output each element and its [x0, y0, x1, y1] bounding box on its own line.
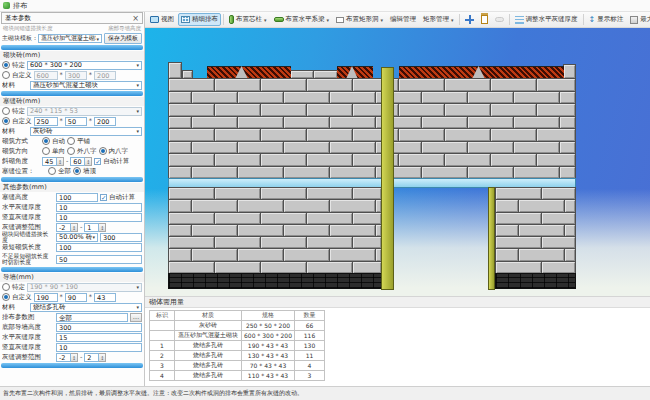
block[interactable] [168, 236, 215, 249]
block[interactable] [214, 236, 261, 249]
block[interactable] [329, 141, 376, 155]
block[interactable] [214, 128, 261, 142]
parapet-block[interactable] [563, 64, 576, 79]
block[interactable] [513, 166, 560, 180]
block[interactable] [495, 187, 542, 200]
block[interactable] [237, 166, 284, 180]
spinner[interactable]: -2 [56, 353, 78, 362]
block[interactable] [191, 224, 238, 237]
block[interactable] [191, 199, 238, 212]
guide-wall-base[interactable] [495, 273, 576, 289]
block[interactable] [168, 78, 215, 92]
block[interactable] [214, 78, 261, 92]
rect-manage-button[interactable]: 矩形管理 [420, 13, 457, 26]
spinner-buttons[interactable] [71, 223, 78, 232]
block[interactable] [237, 116, 284, 130]
spinner[interactable]: 45 [42, 157, 64, 166]
panel-header[interactable]: 基本参数 [1, 12, 143, 24]
block[interactable] [495, 261, 542, 274]
block[interactable] [168, 141, 192, 155]
block[interactable] [168, 224, 192, 237]
spinner-input[interactable]: 2 [84, 353, 99, 362]
block[interactable] [306, 187, 353, 200]
place-core-column-button[interactable]: 布置芯柱 [226, 13, 270, 26]
block[interactable] [168, 212, 215, 225]
block[interactable] [306, 212, 353, 225]
block[interactable] [421, 166, 468, 180]
block[interactable] [564, 248, 576, 261]
block[interactable] [398, 103, 445, 117]
block[interactable] [467, 91, 514, 105]
block[interactable] [352, 187, 382, 200]
splitter-4[interactable] [1, 267, 143, 272]
radio[interactable] [2, 283, 10, 291]
block[interactable] [329, 248, 376, 261]
block[interactable] [214, 187, 261, 200]
block[interactable] [495, 224, 519, 237]
block[interactable] [398, 78, 445, 92]
block[interactable] [559, 141, 576, 155]
parapet-block[interactable] [168, 62, 182, 79]
block[interactable] [306, 153, 353, 167]
block[interactable] [191, 116, 238, 130]
block[interactable] [168, 116, 192, 130]
input[interactable]: 100 [56, 243, 142, 252]
block[interactable] [260, 212, 307, 225]
block[interactable] [283, 224, 330, 237]
block[interactable] [237, 141, 284, 155]
block[interactable] [191, 248, 238, 261]
block[interactable] [559, 116, 576, 130]
block[interactable] [283, 199, 330, 212]
block[interactable] [283, 116, 330, 130]
spinner[interactable]: 60 [70, 157, 92, 166]
block[interactable] [168, 166, 192, 180]
spinner-input[interactable]: 45 [42, 157, 57, 166]
block[interactable] [329, 116, 376, 130]
block[interactable] [444, 153, 491, 167]
spinner-input[interactable]: -2 [56, 223, 71, 232]
radio[interactable] [73, 167, 81, 175]
core-column[interactable] [488, 187, 495, 290]
block[interactable] [306, 78, 353, 92]
block[interactable] [398, 153, 445, 167]
block[interactable] [564, 224, 576, 237]
block[interactable] [168, 261, 215, 274]
block[interactable] [237, 248, 284, 261]
block[interactable] [467, 141, 514, 155]
block[interactable] [398, 128, 445, 142]
block[interactable] [306, 128, 353, 142]
radio[interactable] [48, 167, 56, 175]
block[interactable] [513, 116, 560, 130]
save-template-button[interactable]: 保存为模板 [104, 33, 142, 44]
spinner-buttons[interactable] [57, 157, 64, 166]
block[interactable] [283, 166, 330, 180]
radio[interactable] [99, 147, 107, 155]
splitter-3[interactable] [1, 177, 143, 182]
block[interactable] [421, 116, 468, 130]
spinner-buttons[interactable] [85, 157, 92, 166]
radio[interactable] [2, 61, 10, 69]
block[interactable] [214, 261, 261, 274]
block[interactable] [306, 103, 353, 117]
input[interactable]: 200 [94, 117, 116, 126]
block[interactable] [444, 128, 491, 142]
input[interactable]: 250 [34, 117, 58, 126]
paste-button[interactable] [478, 13, 491, 26]
block[interactable] [495, 212, 542, 225]
drawing-canvas[interactable] [145, 28, 650, 296]
block[interactable] [352, 212, 382, 225]
edit-manage-button[interactable]: 编辑管理 [387, 13, 419, 26]
input[interactable]: 90 [65, 293, 87, 302]
move-button[interactable] [462, 13, 477, 26]
unlink-button[interactable] [492, 15, 507, 24]
block[interactable] [444, 78, 491, 92]
block[interactable] [306, 236, 353, 249]
block[interactable] [168, 187, 215, 200]
block[interactable] [495, 248, 519, 261]
block[interactable] [541, 187, 576, 200]
guide-wall-base[interactable] [168, 273, 382, 289]
radio[interactable] [2, 107, 10, 115]
block[interactable] [352, 261, 382, 274]
block[interactable] [191, 166, 238, 180]
block[interactable] [536, 153, 576, 167]
